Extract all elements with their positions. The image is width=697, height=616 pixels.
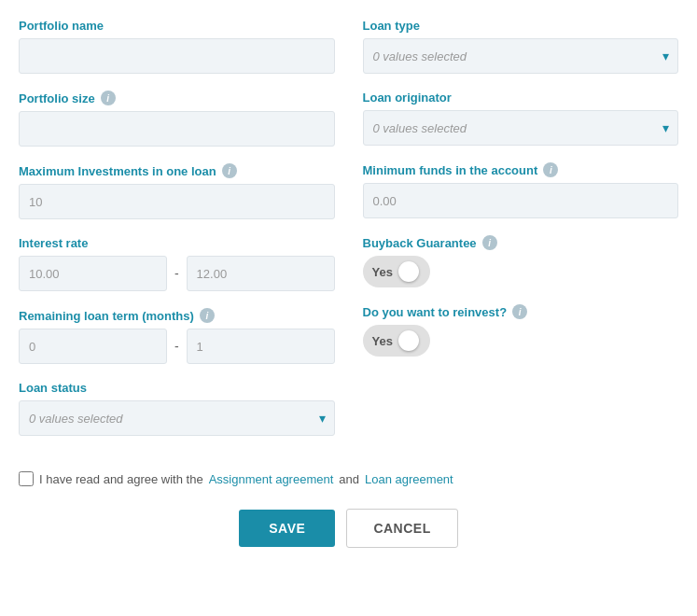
remaining-loan-term-info-icon[interactable]: i [200, 308, 215, 323]
loan-originator-select-wrapper: 0 values selected ▾ [363, 110, 679, 146]
loan-originator-select[interactable]: 0 values selected [363, 110, 679, 146]
loan-status-label: Loan status [19, 381, 335, 395]
assignment-agreement-link[interactable]: Assignment agreement [209, 472, 334, 486]
minimum-funds-label-text: Minimum funds in the account [363, 163, 538, 177]
buyback-guarantee-label-text: Buyback Guarantee [363, 236, 477, 250]
reinvest-toggle-label: Yes [372, 334, 393, 348]
buyback-guarantee-toggle-row: Yes [363, 256, 679, 287]
remaining-loan-term-group: Remaining loan term (months) i - [19, 308, 335, 364]
remaining-loan-term-separator: - [174, 339, 179, 354]
max-investments-group: Maximum Investments in one loan i [19, 163, 335, 219]
agreements-checkbox[interactable] [19, 471, 34, 486]
loan-status-group: Loan status 0 values selected ▾ [19, 381, 335, 436]
interest-rate-separator: - [174, 266, 179, 281]
minimum-funds-group: Minimum funds in the account i [363, 162, 679, 218]
loan-type-label-text: Loan type [363, 19, 420, 33]
portfolio-size-input[interactable] [19, 111, 335, 147]
interest-rate-range: - [19, 256, 335, 291]
portfolio-size-label-text: Portfolio size [19, 91, 95, 105]
minimum-funds-info-icon[interactable]: i [543, 162, 558, 177]
interest-rate-label-text: Interest rate [19, 236, 88, 250]
agreements-row: I have read and agree with the Assignmen… [19, 453, 678, 486]
form-grid: Portfolio name Portfolio size i Maximum … [19, 19, 678, 548]
buyback-guarantee-toggle-circle [398, 261, 419, 282]
remaining-loan-term-range: - [19, 329, 335, 364]
minimum-funds-label: Minimum funds in the account i [363, 162, 679, 177]
remaining-loan-term-max-input[interactable] [187, 329, 335, 364]
portfolio-name-label-text: Portfolio name [19, 19, 104, 33]
portfolio-size-label: Portfolio size i [19, 91, 335, 105]
max-investments-label: Maximum Investments in one loan i [19, 163, 335, 178]
loan-type-group: Loan type 0 values selected ▾ [363, 19, 679, 74]
max-investments-info-icon[interactable]: i [222, 163, 237, 178]
buyback-guarantee-group: Buyback Guarantee i Yes [363, 235, 679, 287]
cancel-button[interactable]: CANCEL [346, 509, 457, 548]
loan-agreement-link[interactable]: Loan agreement [365, 472, 453, 486]
reinvest-toggle-row: Yes [363, 325, 679, 357]
loan-status-select[interactable]: 0 values selected [19, 400, 335, 436]
max-investments-input[interactable] [19, 184, 335, 219]
remaining-loan-term-label: Remaining loan term (months) i [19, 308, 335, 323]
reinvest-info-icon[interactable]: i [512, 304, 527, 319]
actions-row: SAVE CANCEL [19, 486, 678, 548]
agreements-text-before: I have read and agree with the [39, 472, 203, 486]
interest-rate-max-input[interactable] [187, 256, 335, 291]
loan-type-select-wrapper: 0 values selected ▾ [363, 38, 679, 74]
loan-status-select-wrapper: 0 values selected ▾ [19, 400, 335, 436]
loan-status-label-text: Loan status [19, 381, 87, 395]
loan-originator-label: Loan originator [363, 91, 679, 105]
minimum-funds-input[interactable] [363, 183, 679, 218]
buyback-guarantee-label: Buyback Guarantee i [363, 235, 679, 250]
loan-originator-group: Loan originator 0 values selected ▾ [363, 91, 679, 146]
portfolio-name-input[interactable] [19, 38, 335, 74]
loan-type-label: Loan type [363, 19, 679, 33]
reinvest-label: Do you want to reinvest? i [363, 304, 679, 319]
save-button[interactable]: SAVE [239, 510, 335, 547]
loan-type-select[interactable]: 0 values selected [363, 38, 679, 74]
portfolio-name-group: Portfolio name [19, 19, 335, 74]
remaining-loan-term-min-input[interactable] [19, 329, 167, 364]
buyback-guarantee-toggle[interactable]: Yes [363, 256, 430, 287]
reinvest-label-text: Do you want to reinvest? [363, 305, 508, 319]
interest-rate-label: Interest rate [19, 236, 335, 250]
buyback-guarantee-toggle-label: Yes [372, 265, 393, 279]
remaining-loan-term-label-text: Remaining loan term (months) [19, 309, 194, 323]
interest-rate-group: Interest rate - [19, 236, 335, 291]
agreements-text-middle: and [339, 472, 359, 486]
loan-originator-label-text: Loan originator [363, 91, 452, 105]
buyback-guarantee-info-icon[interactable]: i [482, 235, 497, 250]
interest-rate-min-input[interactable] [19, 256, 167, 291]
portfolio-name-label: Portfolio name [19, 19, 335, 33]
reinvest-toggle[interactable]: Yes [363, 325, 430, 357]
max-investments-label-text: Maximum Investments in one loan [19, 164, 216, 178]
portfolio-size-group: Portfolio size i [19, 91, 335, 147]
portfolio-size-info-icon[interactable]: i [101, 91, 116, 105]
reinvest-toggle-circle [398, 330, 419, 351]
reinvest-group: Do you want to reinvest? i Yes [363, 304, 679, 357]
